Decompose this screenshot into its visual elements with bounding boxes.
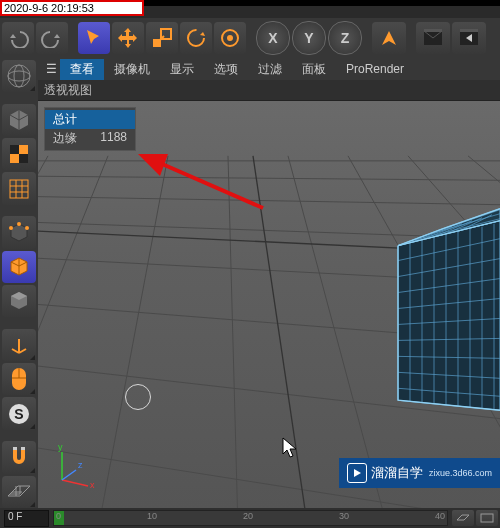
svg-text:y: y bbox=[58, 442, 63, 452]
redo-button[interactable] bbox=[36, 22, 68, 54]
recent-tool-button[interactable] bbox=[214, 22, 246, 54]
watermark: 溜溜自学 zixue.3d66.com bbox=[339, 458, 500, 488]
menu-filter[interactable]: 过滤 bbox=[248, 59, 292, 80]
svg-line-34 bbox=[98, 156, 168, 508]
mouse-tool-button[interactable] bbox=[2, 363, 36, 395]
scale-button[interactable] bbox=[146, 22, 178, 54]
uv-grid-button[interactable] bbox=[2, 172, 36, 204]
animation-button[interactable] bbox=[416, 22, 450, 54]
face-mode-button[interactable] bbox=[2, 285, 36, 317]
menu-display[interactable]: 显示 bbox=[160, 59, 204, 80]
svg-text:x: x bbox=[90, 480, 95, 490]
svg-text:S: S bbox=[14, 406, 23, 422]
viewport-panel: ☰ 查看 摄像机 显示 选项 过滤 面板 ProRender 透视视图 bbox=[38, 58, 500, 508]
timeline-start-field[interactable]: 0 F bbox=[4, 510, 49, 527]
axis-z-button[interactable]: Z bbox=[328, 21, 362, 55]
svg-rect-23 bbox=[21, 447, 25, 450]
svg-rect-8 bbox=[460, 29, 478, 32]
hud-total-value bbox=[93, 111, 127, 128]
svg-line-32 bbox=[38, 156, 48, 508]
viewport-3d[interactable]: 总计 边缘 1188 y x z bbox=[38, 101, 500, 508]
render-button[interactable] bbox=[452, 22, 486, 54]
svg-line-36 bbox=[288, 156, 388, 508]
snap-s-button[interactable]: S bbox=[2, 397, 36, 429]
timeline-grid-icon[interactable] bbox=[452, 510, 474, 526]
hud-total-label: 总计 bbox=[53, 111, 83, 128]
svg-line-25 bbox=[38, 176, 500, 181]
svg-point-10 bbox=[8, 71, 30, 81]
timeline-end-icon[interactable] bbox=[476, 510, 498, 526]
top-strip bbox=[144, 0, 500, 6]
workplane-button[interactable] bbox=[2, 476, 36, 508]
svg-point-11 bbox=[14, 65, 24, 87]
svg-point-9 bbox=[8, 65, 30, 87]
undo-button[interactable] bbox=[2, 22, 34, 54]
timeline: 0 F 010203040 bbox=[0, 508, 500, 528]
hud-total-row[interactable]: 总计 bbox=[45, 110, 135, 129]
menu-panel[interactable]: 面板 bbox=[292, 59, 336, 80]
svg-line-71 bbox=[62, 470, 76, 480]
viewport-scene bbox=[38, 101, 500, 508]
svg-rect-75 bbox=[481, 514, 493, 522]
axis-y-button[interactable]: Y bbox=[292, 21, 326, 55]
menu-camera[interactable]: 摄像机 bbox=[104, 59, 160, 80]
menu-prorender[interactable]: ProRender bbox=[336, 60, 414, 78]
viewport-title: 透视视图 bbox=[38, 80, 500, 101]
hud-edges-row[interactable]: 边缘 1188 bbox=[45, 129, 135, 148]
axis-x-button[interactable]: X bbox=[256, 21, 290, 55]
svg-rect-14 bbox=[19, 154, 28, 163]
watermark-url: zixue.3d66.com bbox=[429, 468, 492, 478]
svg-point-2 bbox=[188, 30, 204, 46]
svg-text:z: z bbox=[78, 460, 83, 470]
watermark-brand: 溜溜自学 bbox=[371, 464, 423, 482]
coord-system-button[interactable] bbox=[372, 22, 406, 54]
move-button[interactable] bbox=[112, 22, 144, 54]
object-mode-button[interactable] bbox=[2, 104, 36, 136]
rotate-button[interactable] bbox=[180, 22, 212, 54]
svg-line-26 bbox=[38, 196, 500, 206]
magnet-button[interactable] bbox=[2, 441, 36, 473]
menu-view[interactable]: 查看 bbox=[60, 59, 104, 80]
pivot-circle-icon bbox=[125, 384, 151, 410]
svg-rect-15 bbox=[10, 180, 28, 198]
vertex-mode-button[interactable] bbox=[2, 216, 36, 248]
timeline-track[interactable]: 010203040 bbox=[53, 510, 448, 526]
axis-tool-button[interactable] bbox=[2, 329, 36, 361]
svg-rect-22 bbox=[13, 447, 17, 450]
hud-stats: 总计 边缘 1188 bbox=[44, 107, 136, 151]
play-icon bbox=[347, 463, 367, 483]
view-config-icon[interactable]: ☰ bbox=[42, 62, 60, 76]
svg-line-70 bbox=[62, 480, 88, 486]
hud-edges-label: 边缘 bbox=[53, 130, 83, 147]
svg-point-16 bbox=[17, 222, 21, 226]
edge-mode-button[interactable] bbox=[2, 251, 36, 283]
texture-mode-button[interactable] bbox=[2, 138, 36, 170]
axis-gizmo: y x z bbox=[48, 440, 98, 490]
viewport-menu: ☰ 查看 摄像机 显示 选项 过滤 面板 ProRender bbox=[38, 58, 500, 80]
svg-rect-6 bbox=[424, 29, 442, 32]
globe-icon[interactable] bbox=[2, 60, 36, 92]
hud-edges-value: 1188 bbox=[93, 130, 127, 147]
menu-options[interactable]: 选项 bbox=[204, 59, 248, 80]
live-select-button[interactable] bbox=[78, 22, 110, 54]
timestamp-overlay: 2020-9-6 20:19:53 bbox=[0, 0, 144, 16]
left-toolbar: S bbox=[0, 58, 38, 508]
svg-point-4 bbox=[227, 35, 233, 41]
svg-point-17 bbox=[25, 226, 29, 230]
svg-line-41 bbox=[253, 156, 308, 508]
svg-point-18 bbox=[9, 226, 13, 230]
timeline-marks: 010203040 bbox=[54, 511, 447, 525]
svg-rect-13 bbox=[10, 145, 19, 154]
main-toolbar: X Y Z bbox=[0, 18, 500, 58]
svg-marker-42 bbox=[398, 221, 500, 411]
svg-line-35 bbox=[228, 156, 238, 508]
